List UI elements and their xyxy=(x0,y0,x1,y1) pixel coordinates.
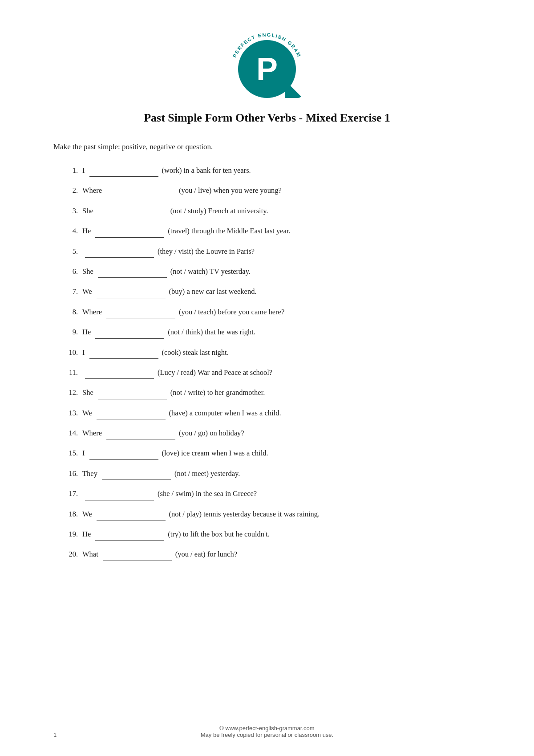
exercise-item: 2.Where (you / live) when you were young… xyxy=(62,185,481,197)
item-number: 10. xyxy=(62,347,82,358)
item-blank xyxy=(95,528,164,541)
logo-letter: P xyxy=(256,53,278,85)
logo-wrapper: PERFECT ENGLISH GRAMMAR P xyxy=(227,27,307,98)
item-rest: (buy) a new car last weekend. xyxy=(169,286,257,297)
item-blank xyxy=(85,488,154,500)
item-rest: (travel) through the Middle East last ye… xyxy=(168,225,290,237)
item-number: 3. xyxy=(62,205,82,217)
item-subject: We xyxy=(82,508,92,520)
item-rest: (not / meet) yesterday. xyxy=(174,468,240,480)
item-rest: (she / swim) in the sea in Greece? xyxy=(158,488,257,500)
item-blank xyxy=(97,508,166,520)
exercise-item: 8.Where (you / teach) before you came he… xyxy=(62,306,481,318)
exercise-item: 15.I (love) ice cream when I was a child… xyxy=(62,447,481,459)
exercise-item: 3.She (not / study) French at university… xyxy=(62,205,481,217)
exercise-item: 19.He (try) to lift the box but he could… xyxy=(62,528,481,541)
item-blank xyxy=(102,468,171,480)
item-blank xyxy=(97,407,166,419)
item-number: 12. xyxy=(62,387,82,398)
item-subject: She xyxy=(82,266,93,277)
item-blank xyxy=(98,205,167,217)
item-rest: (work) in a bank for ten years. xyxy=(162,165,251,176)
item-subject: Where xyxy=(82,427,102,439)
item-number: 7. xyxy=(62,286,82,297)
page-title: Past Simple Form Other Verbs - Mixed Exe… xyxy=(53,111,481,125)
exercise-item: 11. (Lucy / read) War and Peace at schoo… xyxy=(62,367,481,379)
item-number: 6. xyxy=(62,266,82,277)
item-rest: (cook) steak last night. xyxy=(162,347,229,358)
exercise-item: 5. (they / visit) the Louvre in Paris? xyxy=(62,246,481,258)
item-number: 2. xyxy=(62,185,82,196)
item-number: 11. xyxy=(62,367,82,378)
item-rest: (not / watch) TV yesterday. xyxy=(170,266,251,277)
item-rest: (not / play) tennis yesterday because it… xyxy=(169,508,320,520)
item-subject: Where xyxy=(82,185,102,196)
item-subject: Where xyxy=(82,306,102,318)
item-number: 14. xyxy=(62,427,82,439)
exercise-item: 4.He (travel) through the Middle East la… xyxy=(62,225,481,237)
exercise-item: 13.We (have) a computer when I was a chi… xyxy=(62,407,481,419)
exercise-item: 20.What (you / eat) for lunch? xyxy=(62,549,481,561)
item-blank xyxy=(106,427,175,439)
item-rest: (they / visit) the Louvre in Paris? xyxy=(158,246,255,257)
item-number: 18. xyxy=(62,508,82,520)
item-subject: He xyxy=(82,326,91,338)
item-subject: I xyxy=(82,447,85,459)
item-blank xyxy=(85,246,154,258)
item-number: 16. xyxy=(62,468,82,480)
exercise-item: 7.We (buy) a new car last weekend. xyxy=(62,286,481,298)
item-rest: (have) a computer when I was a child. xyxy=(169,407,281,419)
item-blank xyxy=(98,387,167,399)
item-rest: (Lucy / read) War and Peace at school? xyxy=(158,367,272,378)
item-blank xyxy=(95,225,164,237)
item-number: 4. xyxy=(62,225,82,237)
item-number: 15. xyxy=(62,447,82,459)
exercise-item: 17. (she / swim) in the sea in Greece? xyxy=(62,488,481,500)
exercise-list: 1.I (work) in a bank for ten years.2.Whe… xyxy=(62,165,481,561)
exercise-item: 14.Where (you / go) on holiday? xyxy=(62,427,481,439)
exercise-item: 12.She (not / write) to her grandmother. xyxy=(62,387,481,399)
item-blank xyxy=(106,185,175,197)
item-rest: (not / think) that he was right. xyxy=(168,326,255,338)
item-subject: I xyxy=(82,165,85,176)
exercise-item: 16.They (not / meet) yesterday. xyxy=(62,468,481,480)
footer: © www.perfect-english-grammar.com May be… xyxy=(0,725,534,738)
item-subject: We xyxy=(82,407,92,419)
footer-copyright: © www.perfect-english-grammar.com xyxy=(0,725,534,732)
exercise-item: 1.I (work) in a bank for ten years. xyxy=(62,165,481,177)
item-rest: (you / teach) before you came here? xyxy=(179,306,284,318)
item-subject: I xyxy=(82,347,85,358)
item-number: 5. xyxy=(62,246,82,257)
item-rest: (you / eat) for lunch? xyxy=(175,549,237,560)
item-blank xyxy=(89,447,158,459)
item-number: 1. xyxy=(62,165,82,176)
page: PERFECT ENGLISH GRAMMAR P Past Simple Fo… xyxy=(0,0,534,756)
exercise-item: 6.She (not / watch) TV yesterday. xyxy=(62,266,481,278)
item-number: 17. xyxy=(62,488,82,500)
item-subject: She xyxy=(82,387,93,398)
item-blank xyxy=(95,326,164,338)
item-number: 8. xyxy=(62,306,82,318)
item-rest: (not / write) to her grandmother. xyxy=(170,387,265,398)
item-blank xyxy=(85,367,154,379)
item-blank xyxy=(98,266,167,278)
item-rest: (not / study) French at university. xyxy=(170,205,268,217)
exercise-item: 10.I (cook) steak last night. xyxy=(62,347,481,359)
item-subject: We xyxy=(82,286,92,297)
exercise-item: 18.We (not / play) tennis yesterday beca… xyxy=(62,508,481,520)
item-blank xyxy=(106,306,175,318)
item-number: 20. xyxy=(62,549,82,560)
item-blank xyxy=(103,549,172,561)
item-rest: (you / live) when you were young? xyxy=(179,185,282,196)
item-subject: He xyxy=(82,225,91,237)
item-blank xyxy=(89,347,158,359)
logo-container: PERFECT ENGLISH GRAMMAR P xyxy=(53,27,481,98)
footer-usage: May be freely copied for personal or cla… xyxy=(0,732,534,738)
item-rest: (try) to lift the box but he couldn't. xyxy=(168,528,269,540)
item-blank xyxy=(97,286,166,298)
item-number: 13. xyxy=(62,407,82,419)
item-blank xyxy=(89,165,158,177)
item-subject: She xyxy=(82,205,93,217)
item-subject: What xyxy=(82,549,98,560)
logo-tail xyxy=(285,80,303,98)
